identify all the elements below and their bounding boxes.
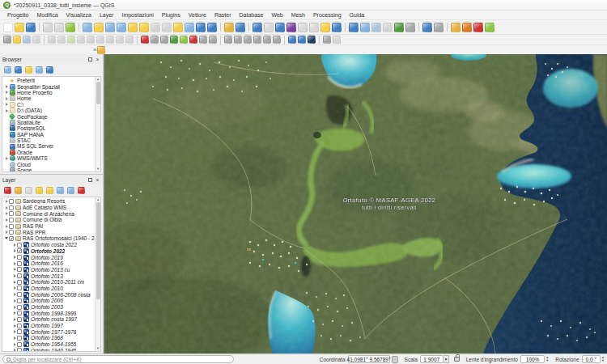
zoom-to-selection-icon[interactable] — [139, 23, 149, 32]
menu-plugins[interactable]: Plugins — [158, 12, 185, 18]
zoom-out-icon[interactable] — [117, 23, 126, 32]
layer-close-button[interactable]: × — [95, 177, 100, 183]
metasearch-icon[interactable] — [485, 23, 495, 32]
browser-item-drive-d[interactable]: D:\ (DATA) — [2, 108, 100, 113]
pan-to-selection-icon[interactable] — [94, 23, 104, 32]
browser-item-sap-hana[interactable]: SAP HANA — [2, 132, 100, 138]
multiedit-icon[interactable] — [67, 36, 75, 44]
browser-item-wms[interactable]: WMS/WMTS — [2, 155, 100, 161]
rotation-input[interactable]: 0,0 ° — [582, 355, 601, 363]
coordinate-extent-toggle-icon[interactable] — [392, 356, 398, 363]
layer-group-row[interactable]: Comune di Arzachena — [2, 210, 100, 217]
cut-features-icon[interactable] — [87, 36, 95, 44]
globe-search-1-icon[interactable] — [288, 36, 296, 44]
quick-osm-plugin-icon[interactable] — [97, 46, 105, 54]
options-wrench-icon[interactable] — [434, 23, 444, 32]
identify-info-icon[interactable] — [422, 23, 432, 32]
snapping-magnet-icon[interactable] — [141, 36, 149, 44]
browser-close-button[interactable]: × — [95, 57, 100, 62]
python-console-icon[interactable] — [451, 23, 461, 32]
measure-icon[interactable] — [309, 23, 319, 32]
vertex-tool-icon[interactable] — [57, 36, 66, 44]
layer-group-row[interactable]: AdE Catasto WMS — [2, 205, 100, 211]
zoom-native-icon[interactable] — [185, 23, 194, 32]
layer-row[interactable]: Ortofoto 2019 — [2, 254, 100, 260]
rotation-spinner[interactable]: ▲▼ — [601, 356, 605, 362]
browser-scrollbar[interactable]: ▲▼ — [95, 77, 100, 171]
pin-labels-icon[interactable] — [224, 36, 232, 44]
highlight-labels-icon[interactable] — [234, 36, 242, 44]
layer-group-row[interactable]: Comune di Olbia — [2, 217, 100, 223]
layer-row-active[interactable]: Ortofoto 2022 — [2, 248, 100, 255]
zoom-full-icon[interactable] — [128, 23, 138, 32]
temporal-controller-icon[interactable] — [196, 23, 206, 32]
browser-item-scene[interactable]: Scene — [2, 167, 100, 172]
undo-icon[interactable] — [116, 36, 124, 44]
pan-map-icon[interactable] — [83, 23, 92, 32]
layer-group-row[interactable]: RAS PAI — [2, 223, 100, 230]
menu-raster[interactable]: Raster — [210, 12, 236, 18]
select-by-value-icon[interactable] — [383, 23, 393, 32]
new-project-icon[interactable] — [3, 23, 13, 32]
save-project-icon[interactable] — [26, 23, 36, 32]
layer-row[interactable]: Ortofoto costa 1997 — [2, 316, 100, 323]
menu-progetto[interactable]: Progetto — [3, 12, 32, 18]
browser-item-home-progetto[interactable]: Home Progetto — [2, 90, 100, 95]
layer-row[interactable]: Ortofoto 2006-2008 costa — [2, 291, 100, 298]
browser-item-home[interactable]: Home — [2, 95, 100, 101]
menu-mesh[interactable]: Mesh — [287, 12, 309, 18]
delete-part-icon[interactable] — [189, 36, 197, 44]
menu-guida[interactable]: Guida — [346, 12, 369, 18]
magnifier-input[interactable]: 100% — [520, 355, 545, 363]
zoom-in-icon[interactable] — [105, 23, 115, 32]
collapse-all-icon[interactable] — [67, 187, 74, 194]
layer-row[interactable]: Ortofoto 1998-1999 — [2, 310, 100, 316]
layer-row[interactable]: Ortofoto 1968 — [2, 335, 100, 341]
statistics-icon[interactable] — [287, 23, 296, 32]
add-layer-menu-icon[interactable] — [236, 23, 245, 32]
current-edits-icon[interactable] — [3, 36, 11, 44]
filter-by-expression-icon[interactable] — [46, 187, 53, 194]
globe-dark-icon[interactable] — [308, 36, 316, 44]
manage-map-themes-icon[interactable] — [25, 187, 32, 194]
layer-row[interactable]: Ortofoto 2006 — [2, 298, 100, 304]
field-calculator-icon[interactable] — [298, 23, 308, 32]
avoid-intersections-icon[interactable] — [180, 36, 188, 44]
toolbar-overflow-chevron[interactable]: » — [93, 47, 96, 53]
zoom-to-layer-icon[interactable] — [173, 23, 183, 32]
style-manager-icon[interactable] — [66, 23, 75, 32]
select-features-icon[interactable] — [349, 23, 359, 32]
browser-item-cloud[interactable]: Cloud — [2, 161, 100, 167]
move-label-icon[interactable] — [244, 36, 252, 44]
browser-item-oracle[interactable]: Oracle — [2, 150, 100, 155]
reshape-icon[interactable] — [209, 36, 217, 44]
browser-properties-icon[interactable] — [46, 66, 53, 74]
open-project-icon[interactable] — [15, 23, 24, 32]
layer-row[interactable]: Ortofoto 1977-1978 — [2, 328, 100, 335]
stream-digitizing-icon[interactable] — [170, 36, 178, 44]
menu-layer[interactable]: Layer — [96, 12, 118, 18]
browser-refresh-icon[interactable] — [15, 66, 22, 74]
layer-group-row[interactable]: Sardegna Resorts — [2, 198, 100, 205]
paste-features-icon[interactable] — [106, 36, 114, 44]
identify-features-icon[interactable] — [253, 23, 262, 32]
browser-item-stac[interactable]: STAC — [2, 138, 100, 143]
layer-row[interactable]: Ortofoto 2016 — [2, 260, 100, 267]
copy-features-icon[interactable] — [96, 36, 104, 44]
layer-row[interactable]: Ortofoto 2013 — [2, 273, 100, 279]
menu-modifica[interactable]: Modifica — [32, 12, 62, 18]
add-group-icon[interactable] — [15, 187, 22, 194]
scale-combobox[interactable]: 1:9007 — [420, 355, 444, 363]
browser-collapse-all-icon[interactable] — [36, 66, 43, 74]
layer-row[interactable]: Ortofoto 1940-1945 — [2, 348, 100, 353]
menu-visualizza[interactable]: Visualizza — [62, 12, 96, 18]
globe-search-2-icon[interactable] — [298, 36, 306, 44]
digitize-curve-icon[interactable] — [160, 36, 168, 44]
menu-processing[interactable]: Processing — [309, 12, 346, 18]
browser-item-segnalibri[interactable]: Segnalibri Spaziali — [2, 83, 100, 89]
browser-item-spatialite[interactable]: SpatiaLite — [2, 120, 100, 125]
scale-lock-icon[interactable] — [454, 357, 459, 362]
remove-layer-icon[interactable] — [78, 187, 85, 194]
delete-selected-icon[interactable] — [77, 36, 85, 44]
layer-row[interactable]: Ortofoto 2013 cu — [2, 267, 100, 273]
